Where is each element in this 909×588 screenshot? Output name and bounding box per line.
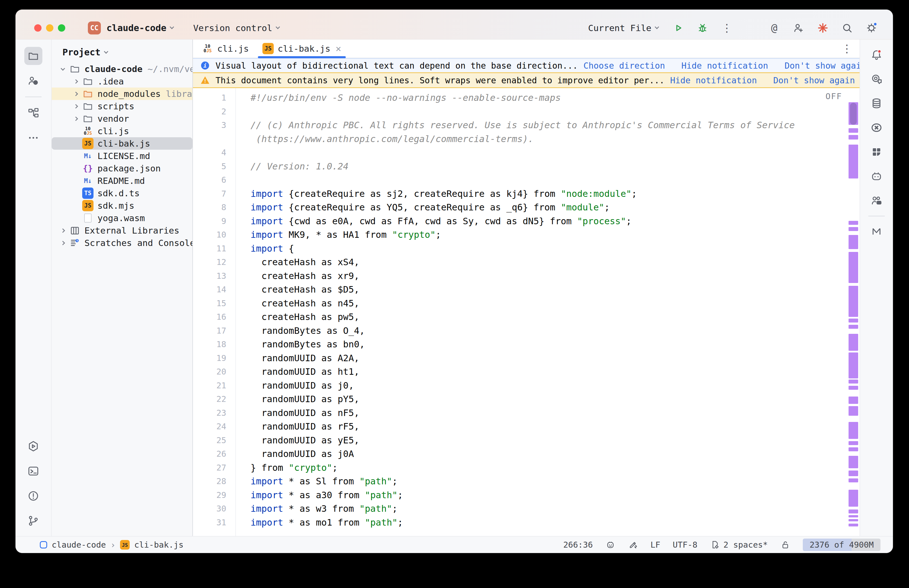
banner-link-don-t-show-again[interactable]: Don't show again: [773, 75, 855, 85]
ts-file-icon: TS: [82, 187, 94, 199]
tab-cli-bak-js[interactable]: JS cli-bak.js ×: [256, 40, 348, 58]
tree-item-scripts[interactable]: scripts: [52, 100, 192, 112]
change-mark: [849, 252, 858, 283]
indent-widget[interactable]: 2 spaces*: [710, 540, 768, 550]
run-button[interactable]: [672, 22, 685, 34]
project-name-menu[interactable]: claude-code: [107, 23, 166, 33]
banner-link-don-t-show-again[interactable]: Don't show again: [785, 61, 866, 71]
line-number: 7: [193, 189, 235, 199]
ai-assistant-button[interactable]: @: [768, 22, 780, 34]
change-mark: [849, 386, 858, 390]
tree-item-claude-code[interactable]: claude-code~/.nvm/vers: [52, 63, 192, 75]
services-toolwindow-button[interactable]: [24, 437, 42, 455]
line-number: 15: [193, 299, 235, 308]
chevron-right-icon[interactable]: [69, 117, 82, 120]
line-separator-widget[interactable]: LF: [651, 540, 660, 549]
ai-assistant-toolwindow-button[interactable]: [867, 70, 886, 88]
lock-open-icon[interactable]: [780, 540, 790, 550]
tree-item-cli-js[interactable]: 100JScli.js: [52, 125, 192, 137]
tab-bar-more-button[interactable]: ⋮: [841, 40, 860, 58]
bot-plugin-button[interactable]: [867, 167, 886, 185]
code-lines: 1#!/usr/bin/env -S node --no-warnings --…: [193, 88, 860, 529]
banner-link-hide-notification[interactable]: Hide notification: [670, 75, 757, 85]
git-branch-toolwindow-button[interactable]: [24, 512, 42, 530]
chevron-right-icon[interactable]: [69, 80, 82, 83]
settings-gear-icon[interactable]: [865, 22, 878, 34]
chevron-right-icon[interactable]: [69, 105, 82, 108]
notifications-bell-button[interactable]: [867, 46, 886, 64]
learn-toolwindow-button[interactable]: ?: [24, 72, 42, 90]
tree-item-scratches-and-consoles[interactable]: Scratches and Consoles: [52, 237, 192, 249]
tree-item--idea[interactable]: .idea: [52, 75, 192, 87]
banner-message: Visual layout of bidirectional text can …: [216, 61, 578, 71]
tree-item-cli-bak-js[interactable]: JScli-bak.js: [52, 137, 192, 150]
code-line: 16 createHash as pw5,: [193, 310, 860, 324]
run-configuration-selector[interactable]: Current File: [588, 23, 660, 33]
sparkle-plugin-button[interactable]: [817, 22, 829, 34]
breadcrumb-file[interactable]: cli-bak.js: [134, 540, 184, 549]
caret-position-widget[interactable]: 266:36: [563, 540, 593, 549]
close-window-button[interactable]: [34, 24, 42, 32]
line-number: 22: [193, 394, 235, 404]
more-actions-button[interactable]: ⋮: [720, 22, 733, 34]
memory-indicator[interactable]: 2376 of 4900M: [803, 539, 880, 551]
tree-item-sdk-d-ts[interactable]: TSsdk.d.ts: [52, 187, 192, 199]
tree-item-vendor[interactable]: vendor: [52, 112, 192, 125]
tree-item-label: cli-bak.js: [97, 138, 150, 149]
code-line: 28import * as Sl from "path";: [193, 475, 860, 488]
breadcrumb-project[interactable]: claude-code: [52, 540, 106, 549]
x-circle-plugin-button[interactable]: [867, 119, 886, 137]
minimize-window-button[interactable]: [46, 24, 53, 32]
chevron-down-icon[interactable]: [56, 67, 69, 71]
divider: [868, 216, 885, 216]
change-mark: [849, 470, 858, 476]
add-user-button[interactable]: [792, 22, 805, 34]
terminal-toolwindow-button[interactable]: [24, 462, 42, 480]
status-bar-widgets: 266:36 LF UTF-8 2 spaces*: [563, 539, 880, 551]
folder-o-icon: [82, 88, 94, 99]
encoding-widget[interactable]: UTF-8: [673, 540, 697, 549]
version-control-menu[interactable]: Version control: [193, 23, 272, 33]
js-file-icon: JS: [262, 43, 274, 54]
tree-item-yoga-wasm[interactable]: yoga.wasm: [52, 212, 192, 224]
problems-toolwindow-button[interactable]: [24, 487, 42, 505]
zoom-window-button[interactable]: [58, 24, 65, 32]
code-with-me-button[interactable]: [867, 191, 886, 210]
database-toolwindow-button[interactable]: [867, 94, 886, 112]
scrollbar-thumb[interactable]: [850, 103, 857, 125]
chevron-right-icon[interactable]: [69, 92, 82, 95]
tab-cli-js[interactable]: 10 0JS cli.js: [195, 40, 256, 58]
banner-link-choose-direction[interactable]: Choose direction: [583, 61, 665, 71]
highlighting-off-icon[interactable]: [628, 540, 638, 550]
tree-item-label: vendor: [97, 113, 129, 124]
chevron-right-icon[interactable]: [56, 229, 69, 232]
tree-item-package-json[interactable]: {}package.json: [52, 162, 192, 174]
change-mark: [849, 128, 858, 133]
tree-item-external-libraries[interactable]: External Libraries: [52, 224, 192, 237]
banner-link-hide-notification[interactable]: Hide notification: [681, 61, 768, 71]
bot-status-icon[interactable]: [605, 540, 615, 550]
search-icon[interactable]: [841, 22, 853, 34]
tree-item-node-modules[interactable]: node_moduleslibrary: [52, 87, 192, 100]
change-mark: [849, 325, 858, 329]
tree-item-license-md[interactable]: M↓LICENSE.md: [52, 150, 192, 162]
tree-item-sdk-mjs[interactable]: JSsdk.mjs: [52, 199, 192, 212]
markdown-m-plugin-button[interactable]: [867, 223, 886, 241]
chevron-right-icon[interactable]: [56, 241, 69, 245]
status-bar: claude-code › JS cli-bak.js 266:36 LF UT…: [16, 536, 893, 553]
project-panel-header[interactable]: Project: [52, 44, 192, 61]
editor-scrollbar[interactable]: [847, 88, 860, 536]
line-number: 18: [193, 339, 235, 349]
code-line: 20 randomUUID as ht1,: [193, 365, 860, 379]
module-icon: [40, 541, 47, 548]
change-mark: [849, 519, 858, 521]
pinwheel-plugin-button[interactable]: [867, 143, 886, 161]
more-toolwindows-button[interactable]: [24, 129, 42, 147]
structure-toolwindow-button[interactable]: [24, 104, 42, 122]
tree-item-readme-md[interactable]: M↓README.md: [52, 174, 192, 187]
close-icon[interactable]: ×: [336, 43, 341, 54]
debug-button[interactable]: [696, 22, 709, 34]
code-editor[interactable]: 1#!/usr/bin/env -S node --no-warnings --…: [193, 88, 860, 536]
project-toolwindow-button[interactable]: [24, 47, 42, 65]
code-line: 10import MK9, * as HA1 from "crypto";: [193, 228, 860, 242]
